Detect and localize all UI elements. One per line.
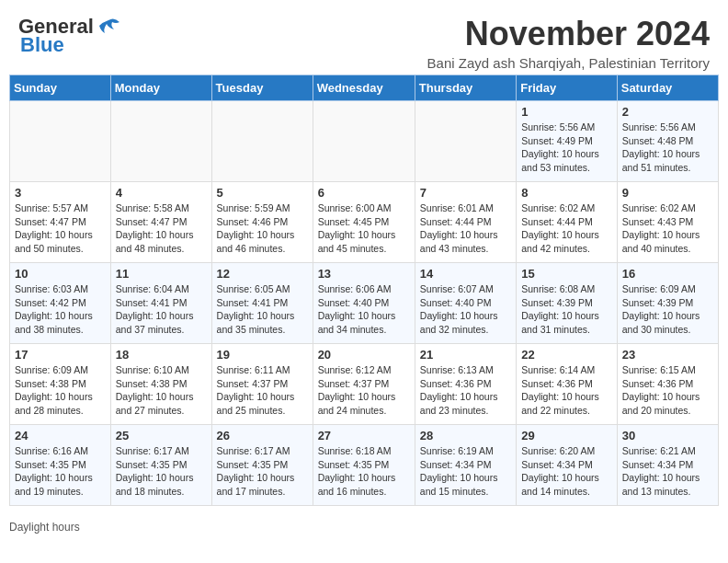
- day-info: Sunrise: 6:19 AM Sunset: 4:34 PM Dayligh…: [420, 444, 511, 499]
- table-row: [313, 101, 415, 182]
- table-row: [10, 101, 111, 182]
- table-row: 15Sunrise: 6:08 AM Sunset: 4:39 PM Dayli…: [517, 263, 618, 344]
- day-number: 5: [217, 186, 308, 200]
- day-info: Sunrise: 6:08 AM Sunset: 4:39 PM Dayligh…: [521, 282, 612, 337]
- day-number: 29: [521, 429, 612, 442]
- day-info: Sunrise: 6:20 AM Sunset: 4:34 PM Dayligh…: [521, 444, 612, 499]
- table-row: 1Sunrise: 5:56 AM Sunset: 4:49 PM Daylig…: [517, 101, 618, 182]
- table-row: 27Sunrise: 6:18 AM Sunset: 4:35 PM Dayli…: [313, 425, 415, 506]
- day-info: Sunrise: 6:03 AM Sunset: 4:42 PM Dayligh…: [15, 282, 106, 337]
- table-row: 26Sunrise: 6:17 AM Sunset: 4:35 PM Dayli…: [211, 425, 313, 506]
- table-row: 9Sunrise: 6:02 AM Sunset: 4:43 PM Daylig…: [617, 182, 718, 263]
- day-number: 25: [116, 429, 207, 442]
- day-info: Sunrise: 5:57 AM Sunset: 4:47 PM Dayligh…: [15, 201, 106, 256]
- table-row: 22Sunrise: 6:14 AM Sunset: 4:36 PM Dayli…: [517, 344, 618, 425]
- logo-bird-icon: [96, 17, 121, 37]
- day-number: 6: [318, 186, 410, 200]
- day-info: Sunrise: 6:13 AM Sunset: 4:36 PM Dayligh…: [420, 363, 511, 418]
- table-row: 13Sunrise: 6:06 AM Sunset: 4:40 PM Dayli…: [313, 263, 415, 344]
- header-wednesday: Wednesday: [313, 75, 415, 101]
- calendar-header: Sunday Monday Tuesday Wednesday Thursday…: [10, 75, 719, 101]
- day-number: 9: [622, 186, 713, 200]
- day-info: Sunrise: 6:11 AM Sunset: 4:37 PM Dayligh…: [217, 363, 308, 418]
- day-number: 21: [420, 348, 511, 362]
- day-info: Sunrise: 6:17 AM Sunset: 4:35 PM Dayligh…: [116, 444, 207, 499]
- day-number: 7: [420, 186, 511, 200]
- table-row: 6Sunrise: 6:00 AM Sunset: 4:45 PM Daylig…: [313, 182, 415, 263]
- day-number: 8: [521, 186, 612, 200]
- table-row: 24Sunrise: 6:16 AM Sunset: 4:35 PM Dayli…: [10, 425, 111, 506]
- day-number: 15: [521, 267, 612, 281]
- table-row: 29Sunrise: 6:20 AM Sunset: 4:34 PM Dayli…: [517, 425, 618, 506]
- day-info: Sunrise: 6:10 AM Sunset: 4:38 PM Dayligh…: [116, 363, 207, 418]
- calendar-wrapper: Sunday Monday Tuesday Wednesday Thursday…: [0, 75, 728, 515]
- day-number: 23: [622, 348, 713, 362]
- day-number: 26: [217, 429, 308, 442]
- table-row: 21Sunrise: 6:13 AM Sunset: 4:36 PM Dayli…: [415, 344, 516, 425]
- table-row: 17Sunrise: 6:09 AM Sunset: 4:38 PM Dayli…: [10, 344, 111, 425]
- day-info: Sunrise: 6:09 AM Sunset: 4:38 PM Dayligh…: [15, 363, 106, 418]
- day-info: Sunrise: 6:17 AM Sunset: 4:35 PM Dayligh…: [217, 444, 308, 499]
- day-number: 4: [116, 186, 207, 200]
- table-row: 12Sunrise: 6:05 AM Sunset: 4:41 PM Dayli…: [211, 263, 313, 344]
- month-title: November 2024: [427, 15, 710, 53]
- logo-blue: Blue: [20, 33, 64, 57]
- day-info: Sunrise: 5:56 AM Sunset: 4:49 PM Dayligh…: [521, 121, 612, 175]
- day-info: Sunrise: 5:56 AM Sunset: 4:48 PM Dayligh…: [622, 121, 713, 175]
- table-row: 4Sunrise: 5:58 AM Sunset: 4:47 PM Daylig…: [110, 182, 211, 263]
- table-row: 20Sunrise: 6:12 AM Sunset: 4:37 PM Dayli…: [313, 344, 415, 425]
- table-row: 10Sunrise: 6:03 AM Sunset: 4:42 PM Dayli…: [10, 263, 111, 344]
- day-number: 11: [116, 267, 207, 281]
- table-row: [211, 101, 313, 182]
- day-number: 19: [217, 348, 308, 362]
- day-number: 2: [622, 105, 713, 119]
- day-number: 1: [521, 105, 612, 119]
- table-row: 7Sunrise: 6:01 AM Sunset: 4:44 PM Daylig…: [415, 182, 516, 263]
- day-info: Sunrise: 5:59 AM Sunset: 4:46 PM Dayligh…: [217, 201, 308, 256]
- table-row: 11Sunrise: 6:04 AM Sunset: 4:41 PM Dayli…: [110, 263, 211, 344]
- table-row: [415, 101, 516, 182]
- header-friday: Friday: [517, 75, 618, 101]
- day-number: 10: [15, 267, 106, 281]
- day-number: 12: [217, 267, 308, 281]
- title-section: November 2024 Bani Zayd ash Sharqiyah, P…: [427, 15, 710, 71]
- table-row: 18Sunrise: 6:10 AM Sunset: 4:38 PM Dayli…: [110, 344, 211, 425]
- footer: Daylight hours: [0, 515, 728, 539]
- table-row: 25Sunrise: 6:17 AM Sunset: 4:35 PM Dayli…: [110, 425, 211, 506]
- day-number: 3: [15, 186, 106, 200]
- day-info: Sunrise: 6:02 AM Sunset: 4:44 PM Dayligh…: [521, 201, 612, 256]
- header-tuesday: Tuesday: [211, 75, 313, 101]
- header-saturday: Saturday: [617, 75, 718, 101]
- day-info: Sunrise: 6:12 AM Sunset: 4:37 PM Dayligh…: [318, 363, 410, 418]
- day-info: Sunrise: 6:18 AM Sunset: 4:35 PM Dayligh…: [318, 444, 410, 499]
- day-number: 24: [15, 429, 106, 442]
- day-info: Sunrise: 6:04 AM Sunset: 4:41 PM Dayligh…: [116, 282, 207, 337]
- day-info: Sunrise: 6:09 AM Sunset: 4:39 PM Dayligh…: [622, 282, 713, 337]
- day-info: Sunrise: 6:15 AM Sunset: 4:36 PM Dayligh…: [622, 363, 713, 418]
- calendar-body: 1Sunrise: 5:56 AM Sunset: 4:49 PM Daylig…: [10, 101, 719, 506]
- logo: General Blue: [18, 15, 121, 57]
- table-row: [110, 101, 211, 182]
- day-info: Sunrise: 6:14 AM Sunset: 4:36 PM Dayligh…: [521, 363, 612, 418]
- day-number: 22: [521, 348, 612, 362]
- day-number: 27: [318, 429, 410, 442]
- table-row: 14Sunrise: 6:07 AM Sunset: 4:40 PM Dayli…: [415, 263, 516, 344]
- subtitle: Bani Zayd ash Sharqiyah, Palestinian Ter…: [427, 55, 710, 71]
- day-info: Sunrise: 6:06 AM Sunset: 4:40 PM Dayligh…: [318, 282, 410, 337]
- table-row: 19Sunrise: 6:11 AM Sunset: 4:37 PM Dayli…: [211, 344, 313, 425]
- header-sunday: Sunday: [10, 75, 111, 101]
- table-row: 3Sunrise: 5:57 AM Sunset: 4:47 PM Daylig…: [10, 182, 111, 263]
- calendar-table: Sunday Monday Tuesday Wednesday Thursday…: [9, 75, 719, 506]
- day-number: 30: [622, 429, 713, 442]
- day-info: Sunrise: 6:21 AM Sunset: 4:34 PM Dayligh…: [622, 444, 713, 499]
- table-row: 30Sunrise: 6:21 AM Sunset: 4:34 PM Dayli…: [617, 425, 718, 506]
- header: General Blue November 2024 Bani Zayd ash…: [0, 0, 728, 75]
- day-number: 20: [318, 348, 410, 362]
- table-row: 2Sunrise: 5:56 AM Sunset: 4:48 PM Daylig…: [617, 101, 718, 182]
- table-row: 28Sunrise: 6:19 AM Sunset: 4:34 PM Dayli…: [415, 425, 516, 506]
- day-number: 18: [116, 348, 207, 362]
- table-row: 8Sunrise: 6:02 AM Sunset: 4:44 PM Daylig…: [517, 182, 618, 263]
- day-info: Sunrise: 6:00 AM Sunset: 4:45 PM Dayligh…: [318, 201, 410, 256]
- header-thursday: Thursday: [415, 75, 516, 101]
- day-info: Sunrise: 6:02 AM Sunset: 4:43 PM Dayligh…: [622, 201, 713, 256]
